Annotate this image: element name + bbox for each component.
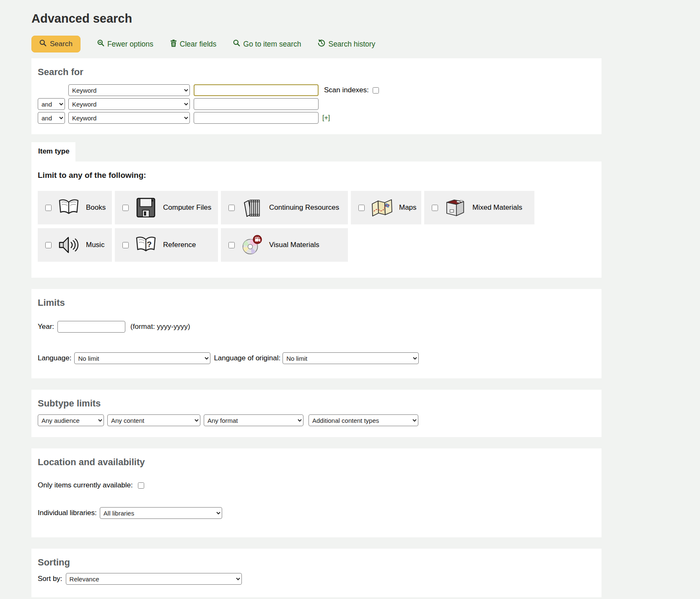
limits-panel: Limits Year: (format: yyyy-yyyy) Languag…	[31, 289, 601, 378]
index-select-1[interactable]: Keyword	[68, 84, 190, 96]
search-button-label: Search	[50, 40, 73, 48]
itemtype-label: Visual Materials	[269, 241, 319, 249]
journals-icon	[241, 197, 263, 219]
itemtype-continuing-resources[interactable]: Continuing Resources	[221, 191, 348, 224]
sorting-heading: Sorting	[38, 557, 595, 568]
item-type-tab-strip: Item type	[31, 142, 601, 161]
toolbar: Search Fewer options Clear fields Go to …	[31, 36, 601, 52]
clear-fields-label: Clear fields	[180, 40, 217, 49]
goto-item-search-link[interactable]: Go to item search	[233, 39, 301, 49]
audience-select[interactable]: Any audience	[38, 414, 104, 426]
location-availability-panel: Location and availability Only items cur…	[31, 448, 601, 537]
format-select[interactable]: Any format	[204, 414, 303, 426]
search-for-panel: Search for Keyword Scan indexes: and Key…	[31, 58, 601, 134]
search-term-input-1[interactable]	[194, 84, 319, 96]
fewer-options-link[interactable]: Fewer options	[97, 39, 153, 49]
scan-indexes-checkbox[interactable]	[373, 87, 379, 94]
content-select[interactable]: Any content	[107, 414, 200, 426]
disc-video-icon	[241, 234, 263, 256]
search-term-input-2[interactable]	[194, 98, 319, 110]
reference-checkbox[interactable]	[122, 242, 129, 248]
search-for-heading: Search for	[38, 67, 595, 78]
itemtype-label: Continuing Resources	[269, 203, 339, 212]
language-label: Language:	[38, 354, 71, 362]
only-available-checkbox[interactable]	[138, 482, 144, 489]
language-original-select[interactable]: No limit	[283, 352, 419, 364]
subtype-selects-row: Any audience Any content Any format Addi…	[38, 414, 595, 426]
itemtype-computer-files[interactable]: Computer Files	[115, 191, 218, 224]
availability-row: Only items currently available:	[38, 481, 595, 490]
itemtype-label: Maps	[399, 203, 417, 212]
itemtype-music[interactable]: Music	[38, 228, 112, 262]
scan-indexes-label: Scan indexes:	[324, 86, 369, 94]
only-available-label: Only items currently available:	[38, 481, 133, 490]
speaker-icon	[58, 234, 80, 256]
sort-by-label: Sort by:	[38, 575, 62, 583]
mixed-materials-checkbox[interactable]	[432, 205, 438, 211]
itemtype-label: Mixed Materials	[472, 203, 522, 212]
item-type-grid: Books Computer Files Continuing Resource…	[38, 191, 595, 262]
page-title: Advanced search	[31, 12, 601, 26]
maps-checkbox[interactable]	[358, 205, 365, 211]
sort-by-row: Sort by: Relevance	[38, 573, 595, 585]
itemtype-books[interactable]: Books	[38, 191, 112, 224]
goto-item-search-label: Go to item search	[243, 40, 301, 49]
sorting-panel: Sorting Sort by: Relevance	[31, 549, 601, 597]
language-select[interactable]: No limit	[74, 352, 210, 364]
index-select-3[interactable]: Keyword	[68, 112, 190, 124]
individual-libraries-label: Individual libraries:	[38, 509, 97, 517]
year-input[interactable]	[57, 321, 125, 333]
fewer-options-label: Fewer options	[107, 40, 153, 49]
history-icon	[318, 39, 325, 49]
itemtype-label: Reference	[163, 241, 196, 249]
book-question-icon: ?	[135, 234, 157, 256]
books-checkbox[interactable]	[45, 205, 52, 211]
magnifier-minus-icon	[97, 39, 104, 49]
music-checkbox[interactable]	[45, 242, 52, 248]
archive-box-icon	[444, 197, 466, 219]
subtype-limits-heading: Subtype limits	[38, 398, 595, 409]
itemtype-label: Computer Files	[163, 203, 211, 212]
index-select-2[interactable]: Keyword	[68, 98, 190, 110]
subtype-limits-panel: Subtype limits Any audience Any content …	[31, 390, 601, 437]
limits-heading: Limits	[38, 297, 595, 308]
search-row-1: Keyword Scan indexes:	[38, 84, 595, 96]
language-original-label: Language of original:	[214, 354, 280, 362]
boolean-select-2[interactable]: and	[38, 98, 65, 110]
year-format-hint: (format: yyyy-yyyy)	[130, 323, 190, 331]
sort-by-select[interactable]: Relevance	[66, 573, 242, 585]
visual-materials-checkbox[interactable]	[228, 242, 235, 248]
search-history-link[interactable]: Search history	[318, 39, 375, 49]
search-row-2: and Keyword	[38, 98, 595, 110]
libraries-row: Individual libraries: All libraries	[38, 507, 595, 519]
continuing-resources-checkbox[interactable]	[228, 205, 235, 211]
folded-map-icon	[371, 197, 393, 219]
item-type-panel: Limit to any of the following: Books Com…	[31, 161, 601, 278]
search-button[interactable]: Search	[31, 36, 80, 52]
year-label: Year:	[38, 323, 54, 331]
limit-to-heading: Limit to any of the following:	[38, 171, 595, 180]
advanced-search-page: Advanced search Search Fewer options Cle…	[0, 0, 700, 597]
open-book-icon	[58, 197, 80, 219]
add-search-row-link[interactable]: [+]	[322, 114, 330, 122]
individual-libraries-select[interactable]: All libraries	[100, 507, 222, 519]
floppy-disk-icon	[135, 197, 157, 219]
location-availability-heading: Location and availability	[38, 457, 595, 468]
itemtype-label: Music	[86, 241, 104, 249]
trash-icon	[170, 39, 177, 49]
item-search-icon	[233, 39, 240, 49]
language-row: Language: No limit Language of original:…	[38, 352, 595, 364]
itemtype-maps[interactable]: Maps	[351, 191, 421, 224]
search-row-3: and Keyword [+]	[38, 112, 595, 124]
clear-fields-link[interactable]: Clear fields	[170, 39, 217, 49]
itemtype-visual-materials[interactable]: Visual Materials	[221, 228, 348, 262]
boolean-select-3[interactable]: and	[38, 112, 65, 124]
itemtype-mixed-materials[interactable]: Mixed Materials	[424, 191, 534, 224]
search-history-label: Search history	[328, 40, 375, 49]
computer-files-checkbox[interactable]	[122, 205, 129, 211]
svg-text:?: ?	[147, 240, 152, 249]
tab-item-type[interactable]: Item type	[31, 142, 75, 161]
additional-content-types-select[interactable]: Additional content types	[309, 414, 418, 426]
itemtype-reference[interactable]: ? Reference	[115, 228, 218, 262]
search-term-input-3[interactable]	[194, 112, 319, 124]
